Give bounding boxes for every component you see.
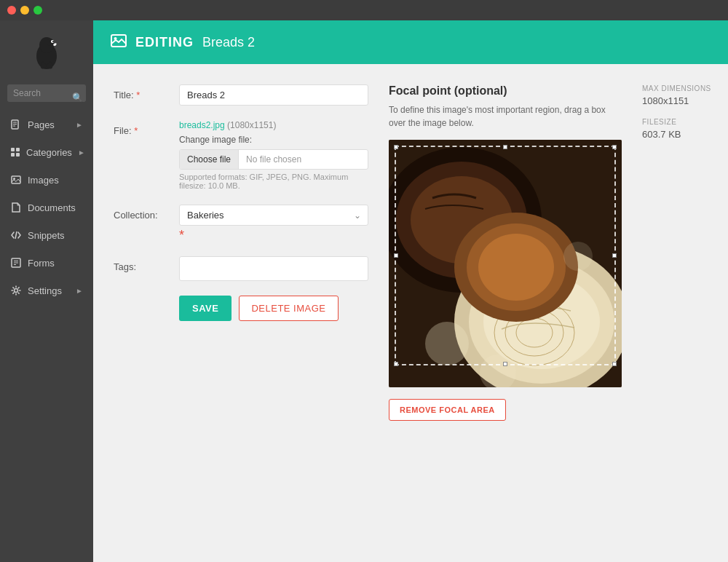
image-icon: [111, 34, 127, 51]
top-header: EDITING Breads 2: [93, 20, 728, 64]
title-input-wrapper: [179, 84, 368, 106]
settings-icon: [10, 285, 22, 296]
remove-focal-area-button[interactable]: REMOVE FOCAL AREA: [389, 399, 506, 421]
snippets-icon: [10, 229, 22, 241]
images-label: Images: [28, 175, 83, 186]
main-area: EDITING Breads 2 Title: *: [93, 20, 728, 562]
file-required-star: *: [134, 125, 138, 136]
form-panel: Title: * File: * breads2.jpg: [114, 84, 368, 542]
max-dimensions-label: MAX DIMENSIONS: [642, 84, 722, 92]
sidebar-navigation: Pages ► Categories ► Images Doc: [0, 111, 93, 304]
sidebar-item-forms[interactable]: Forms: [0, 249, 93, 277]
filesize-section: FILESIZE 603.7 KB: [642, 118, 722, 140]
svg-point-20: [15, 289, 18, 293]
file-info: breads2.jpg (1080x1151): [179, 120, 368, 130]
collection-select-wrapper: Bakeries General ⌄: [179, 205, 368, 226]
snippets-label: Snippets: [28, 230, 83, 241]
tags-input[interactable]: [179, 256, 368, 281]
content-area: Title: * File: * breads2.jpg: [93, 64, 728, 562]
collection-row: Collection: Bakeries General ⌄ *: [114, 205, 368, 242]
title-row: Title: *: [114, 84, 368, 106]
save-button[interactable]: SAVE: [179, 296, 232, 321]
file-hint: Supported formats: GIF, JPEG, PNG. Maxim…: [179, 173, 368, 190]
svg-point-14: [13, 178, 15, 180]
sidebar-item-settings[interactable]: Settings ►: [0, 277, 93, 304]
tags-input-wrapper: [179, 256, 368, 281]
svg-point-35: [478, 234, 554, 301]
categories-icon: [10, 146, 20, 158]
settings-arrow: ►: [76, 287, 83, 295]
sidebar: 🔍 Pages ► Categories ► Imag: [0, 20, 93, 562]
pages-label: Pages: [28, 119, 70, 130]
tags-row: Tags:: [114, 256, 368, 281]
categories-label: Categories: [26, 147, 72, 158]
svg-rect-11: [11, 153, 15, 157]
settings-label: Settings: [28, 285, 70, 296]
filesize-value: 603.7 KB: [642, 129, 722, 140]
filesize-label: FILESIZE: [642, 118, 722, 126]
focal-title: Focal point (optional): [389, 84, 622, 98]
title-label: Title: *: [114, 84, 172, 100]
sidebar-item-documents[interactable]: Documents: [0, 194, 93, 221]
minimize-button[interactable]: [20, 6, 29, 15]
no-file-text: No file chosen: [239, 150, 309, 169]
file-label: File: *: [114, 120, 172, 136]
forms-icon: [10, 257, 22, 269]
choose-file-button[interactable]: Choose file: [180, 150, 239, 169]
file-input-wrapper: breads2.jpg (1080x1151) Change image fil…: [179, 120, 368, 190]
file-chooser: Choose file No file chosen: [179, 149, 368, 170]
file-dims: (1080x1151): [227, 120, 276, 130]
search-area[interactable]: 🔍: [0, 84, 93, 111]
pages-arrow: ►: [76, 121, 83, 129]
logo-area: [0, 20, 93, 84]
file-row: File: * breads2.jpg (1080x1151) Change i…: [114, 120, 368, 190]
focal-image[interactable]: [389, 140, 622, 387]
app-container: 🔍 Pages ► Categories ► Imag: [0, 20, 728, 562]
change-file-label: Change image file:: [179, 135, 368, 145]
editing-label: EDITING: [135, 35, 194, 50]
svg-point-36: [425, 322, 469, 365]
collection-required-note: *: [179, 229, 368, 242]
focal-image-container: [389, 140, 622, 387]
title-required-star: *: [136, 90, 140, 100]
categories-arrow: ►: [78, 149, 85, 157]
tags-label: Tags:: [114, 256, 172, 272]
maximize-button[interactable]: [33, 6, 42, 15]
collection-label: Collection:: [114, 205, 172, 221]
images-icon: [10, 174, 22, 186]
documents-label: Documents: [28, 202, 83, 213]
forms-label: Forms: [28, 258, 83, 269]
title-input[interactable]: [179, 84, 368, 106]
bird-logo: [28, 31, 65, 74]
documents-icon: [10, 202, 22, 213]
sidebar-item-categories[interactable]: Categories ►: [0, 138, 93, 166]
action-row: SAVE DELETE IMAGE: [114, 296, 368, 321]
svg-point-4: [52, 41, 54, 42]
delete-image-button[interactable]: DELETE IMAGE: [239, 296, 338, 321]
svg-rect-9: [11, 148, 15, 151]
svg-rect-10: [16, 148, 20, 151]
collection-select[interactable]: Bakeries General: [179, 205, 368, 226]
svg-rect-12: [16, 153, 20, 157]
titlebar: [0, 0, 728, 20]
pages-icon: [10, 119, 22, 130]
collection-input-wrapper: Bakeries General ⌄ *: [179, 205, 368, 242]
file-link[interactable]: breads2.jpg: [179, 120, 225, 130]
sidebar-item-images[interactable]: Images: [0, 166, 93, 194]
header-title: Breads 2: [202, 35, 255, 50]
max-dimensions-section: MAX DIMENSIONS 1080x1151: [642, 84, 722, 106]
focal-description: To define this image's most important re…: [389, 103, 622, 130]
close-button[interactable]: [7, 6, 16, 15]
sidebar-item-pages[interactable]: Pages ►: [0, 111, 93, 138]
svg-point-37: [563, 242, 593, 271]
max-dimensions-value: 1080x1151: [642, 95, 722, 106]
meta-panel: MAX DIMENSIONS 1080x1151 FILESIZE 603.7 …: [642, 84, 722, 542]
bread-illustration: [389, 140, 622, 387]
focal-panel: Focal point (optional) To define this im…: [389, 84, 622, 542]
sidebar-item-snippets[interactable]: Snippets: [0, 221, 93, 249]
search-icon[interactable]: 🔍: [72, 92, 83, 103]
svg-line-15: [15, 231, 17, 239]
